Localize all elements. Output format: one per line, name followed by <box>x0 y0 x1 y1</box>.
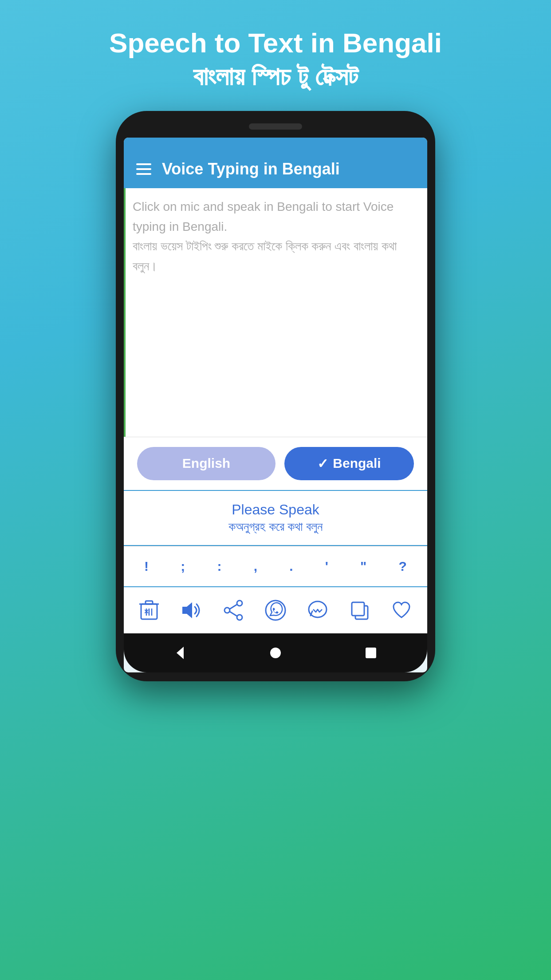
whatsapp-button[interactable] <box>261 596 290 624</box>
navigation-bar <box>124 633 427 672</box>
bengali-label: Bengali <box>333 456 381 471</box>
bengali-button[interactable]: ✓ Bengali <box>284 447 414 480</box>
page-header: Speech to Text in Bengali বাংলায় স্পিচ … <box>91 0 460 111</box>
punct-apostrophe[interactable]: ' <box>319 555 335 577</box>
text-input-area[interactable]: Click on mic and speak in Bengali to sta… <box>124 188 427 437</box>
svg-point-8 <box>237 601 242 606</box>
svg-marker-17 <box>177 647 184 659</box>
svg-line-11 <box>230 605 237 609</box>
page-title-english: Speech to Text in Bengali <box>109 27 442 59</box>
hamburger-line-2 <box>136 168 151 170</box>
phone-mockup: Voice Typing in Bengali Click on mic and… <box>116 111 435 681</box>
svg-rect-2 <box>146 601 153 604</box>
messenger-button[interactable] <box>303 596 332 624</box>
please-speak-english: Please Speak <box>133 502 418 518</box>
svg-rect-19 <box>366 648 376 658</box>
placeholder-text: Click on mic and speak in Bengali to sta… <box>133 197 418 277</box>
app-toolbar: Voice Typing in Bengali <box>124 150 427 188</box>
punct-semicolon[interactable]: ; <box>174 555 191 577</box>
svg-marker-7 <box>182 602 192 618</box>
punct-period[interactable]: . <box>283 555 299 577</box>
heart-button[interactable] <box>387 596 416 624</box>
hamburger-menu-button[interactable] <box>136 163 151 175</box>
copy-button[interactable] <box>346 596 374 624</box>
hamburger-line-3 <box>136 173 151 175</box>
back-button[interactable] <box>169 641 192 664</box>
punctuation-bar: ! ; : , . ' " ? <box>124 546 427 587</box>
status-bar <box>124 138 427 150</box>
please-speak-bengali: কঅনুগ্রহ করে কথা বলুন <box>133 520 418 534</box>
english-button[interactable]: English <box>137 447 276 480</box>
svg-point-9 <box>237 615 242 620</box>
action-bar: ✕ <box>124 587 427 633</box>
bengali-checkmark: ✓ <box>317 456 328 471</box>
svg-point-10 <box>224 608 230 613</box>
language-selector: English ✓ Bengali <box>124 437 427 490</box>
svg-text:✕: ✕ <box>144 608 149 615</box>
punct-colon[interactable]: : <box>211 555 228 577</box>
page-title-bengali: বাংলায় স্পিচ টু টেক্সট <box>109 59 442 93</box>
svg-line-12 <box>230 612 237 616</box>
hamburger-line-1 <box>136 163 151 165</box>
home-button[interactable] <box>264 641 287 664</box>
punct-quote[interactable]: " <box>354 555 373 577</box>
share-button[interactable] <box>219 596 248 624</box>
svg-rect-16 <box>352 602 364 616</box>
punct-question[interactable]: ? <box>392 555 413 577</box>
app-title: Voice Typing in Bengali <box>162 160 340 178</box>
punct-comma[interactable]: , <box>248 555 264 577</box>
recents-button[interactable] <box>359 641 382 664</box>
please-speak-section: Please Speak কঅনুগ্রহ করে কথা বলুন <box>124 490 427 546</box>
phone-speaker <box>249 123 302 130</box>
punct-exclamation[interactable]: ! <box>138 555 155 577</box>
svg-point-18 <box>270 648 281 658</box>
speaker-button[interactable] <box>177 596 205 624</box>
delete-button[interactable]: ✕ <box>135 596 163 624</box>
phone-screen: Voice Typing in Bengali Click on mic and… <box>124 138 427 672</box>
